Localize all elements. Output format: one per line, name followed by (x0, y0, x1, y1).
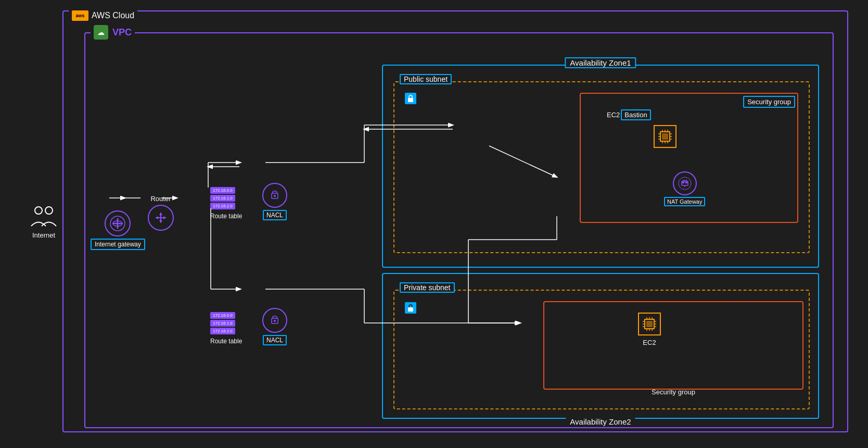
diagram-container: aws AWS Cloud ☁ VPC Availability Zone1 P… (0, 0, 868, 448)
public-subnet-lock-icon (405, 93, 416, 104)
svg-rect-22 (685, 182, 687, 183)
nat-gateway-container: NAT Gateway (664, 171, 705, 206)
nacl-2-label: NACL (263, 335, 287, 345)
ec2-bastion-chip-icon (654, 125, 676, 148)
svg-marker-45 (159, 220, 162, 223)
public-subnet: Public subnet Security group EC2 (393, 81, 810, 253)
vpc-icon: ☁ (94, 25, 108, 40)
svg-point-15 (679, 177, 691, 190)
nacl-1-icon (262, 183, 287, 208)
router-text-label: Router (150, 195, 171, 203)
az2-label: Availability Zone2 (566, 417, 635, 426)
nacl-1-label: NACL (263, 210, 287, 220)
route-table-2-label: Route table (210, 338, 242, 345)
public-security-group-label: Security group (743, 96, 795, 108)
router-icon (148, 205, 174, 231)
svg-rect-25 (646, 321, 653, 327)
vpc-title: VPC (112, 27, 132, 38)
route-entry-2-1: 172.16.0.0 (210, 312, 235, 319)
router-container: Router (148, 195, 174, 231)
route-table-1-label: Route table (210, 213, 242, 220)
aws-cloud-title: AWS Cloud (92, 11, 134, 20)
aws-cloud-label: aws AWS Cloud (69, 10, 137, 21)
internet-container: Internet (28, 205, 59, 239)
internet-gateway-label: Internet gateway (91, 239, 145, 250)
private-security-group-box: Security group (543, 301, 803, 390)
route-entry-2-2: 172.16.1.0 (210, 320, 235, 327)
ec2-private-label: EC2 (643, 339, 656, 346)
vpc-label: ☁ VPC (91, 25, 135, 40)
svg-rect-23 (408, 307, 413, 312)
route-entry-1-1: 172.16.0.0 (210, 187, 235, 194)
svg-rect-21 (682, 182, 684, 183)
aws-cloud-border: aws AWS Cloud ☁ VPC Availability Zone1 P… (62, 10, 848, 432)
svg-marker-44 (159, 213, 162, 215)
private-subnet: Private subnet Security group (393, 290, 810, 409)
ec2-bastion-container: EC2 Bastion (607, 109, 651, 120)
svg-point-49 (274, 195, 276, 197)
ec2-private-chip (638, 313, 661, 335)
svg-point-38 (35, 207, 42, 214)
aws-logo: aws (72, 10, 88, 21)
route-entry-2-3: 172.16.2.0 (210, 328, 235, 334)
svg-point-51 (274, 320, 276, 322)
nacl-2-icon (262, 308, 287, 333)
private-subnet-lock-icon (405, 302, 416, 314)
vpc-container: ☁ VPC Availability Zone1 Public subnet (84, 32, 834, 428)
bastion-label: Bastion (621, 109, 650, 120)
route-entry-1-3: 172.16.2.0 (210, 203, 235, 209)
public-subnet-label: Public subnet (400, 74, 452, 84)
private-subnet-label: Private subnet (400, 282, 455, 293)
az1-container: Availability Zone1 Public subnet Securit… (382, 65, 819, 268)
svg-rect-0 (408, 98, 413, 102)
internet-gateway-icon (105, 210, 131, 237)
svg-rect-2 (662, 133, 668, 140)
az1-label: Availability Zone1 (565, 57, 636, 68)
nacl-1-container: NACL (262, 183, 287, 220)
svg-point-39 (45, 207, 53, 214)
ec2-bastion-ec2-label: EC2 (607, 111, 620, 119)
nat-gateway-label: NAT Gateway (664, 197, 705, 206)
route-table-2-stack: 172.16.0.0 172.16.1.0 172.16.2.0 Route t… (210, 312, 242, 345)
nacl-2-container: NACL (262, 308, 287, 345)
nat-gateway-icon (673, 171, 697, 195)
public-security-group-box: Security group EC2 Bastion (580, 93, 798, 223)
svg-marker-46 (156, 216, 158, 219)
internet-label: Internet (32, 231, 55, 239)
internet-people-icon (28, 205, 59, 231)
private-security-group-label: Security group (652, 388, 695, 396)
ec2-private-container: EC2 (638, 313, 661, 346)
svg-marker-47 (163, 216, 166, 219)
route-entry-1-2: 172.16.1.0 (210, 195, 235, 202)
az2-container: Availability Zone2 Private subnet Securi… (382, 273, 819, 419)
route-table-1-stack: 172.16.0.0 172.16.1.0 172.16.2.0 Route t… (210, 187, 242, 220)
internet-gateway-container: Internet gateway (91, 210, 145, 250)
